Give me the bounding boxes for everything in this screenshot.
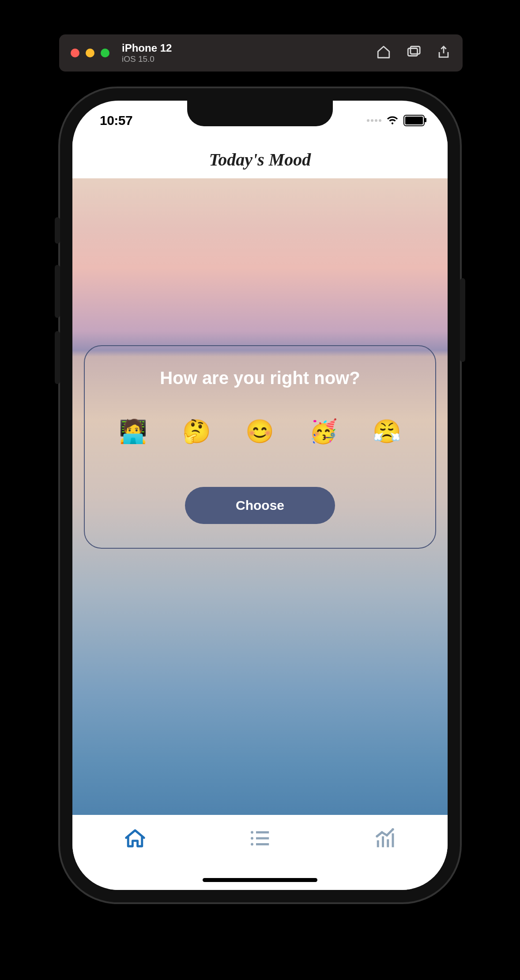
mood-prompt: How are you right now? <box>97 368 423 388</box>
svg-point-15 <box>392 828 394 830</box>
simulator-device-info: iPhone 12 iOS 15.0 <box>122 42 172 64</box>
svg-point-13 <box>381 831 383 833</box>
zoom-window-button[interactable] <box>101 49 109 57</box>
mood-option-working[interactable]: 🧑‍💻 <box>119 420 147 443</box>
tab-stats[interactable] <box>373 826 397 852</box>
mood-option-celebrating[interactable]: 🥳 <box>309 420 338 443</box>
navigation-bar: Today's Mood <box>72 140 448 178</box>
mood-card: How are you right now? 🧑‍💻 🤔 😊 🥳 😤 Choos… <box>84 345 436 549</box>
svg-point-12 <box>376 835 378 837</box>
simulator-titlebar: iPhone 12 iOS 15.0 <box>59 34 463 72</box>
svg-point-2 <box>251 831 253 834</box>
device-frame: 10:57 Today's Mood How are you right now… <box>60 88 460 902</box>
content-background: How are you right now? 🧑‍💻 🤔 😊 🥳 😤 Choos… <box>72 178 448 815</box>
simulator-os-version: iOS 15.0 <box>122 54 172 64</box>
simulator-screenshot-icon[interactable] <box>406 45 421 61</box>
close-window-button[interactable] <box>71 49 79 57</box>
stats-icon <box>373 826 397 850</box>
svg-point-3 <box>251 837 253 840</box>
volume-down-button <box>55 331 60 384</box>
list-icon <box>248 826 272 850</box>
status-time: 10:57 <box>100 113 132 128</box>
mood-option-frustrated[interactable]: 😤 <box>373 420 401 443</box>
device-screen: 10:57 Today's Mood How are you right now… <box>72 101 448 890</box>
svg-point-4 <box>251 843 253 846</box>
home-indicator[interactable] <box>203 878 317 882</box>
mood-options-row: 🧑‍💻 🤔 😊 🥳 😤 <box>97 420 423 443</box>
tab-home[interactable] <box>123 826 147 852</box>
simulator-device-name: iPhone 12 <box>122 42 172 54</box>
home-icon <box>123 826 147 850</box>
mood-option-thinking[interactable]: 🤔 <box>182 420 211 443</box>
power-button <box>460 278 465 362</box>
mute-switch <box>55 217 60 244</box>
volume-up-button <box>55 265 60 318</box>
tab-list[interactable] <box>248 826 272 852</box>
svg-rect-0 <box>408 49 417 56</box>
window-controls <box>71 49 109 57</box>
choose-button[interactable]: Choose <box>185 487 335 524</box>
device-notch <box>187 101 333 126</box>
battery-icon <box>403 115 425 126</box>
svg-point-14 <box>386 834 388 837</box>
simulator-share-icon[interactable] <box>436 45 451 61</box>
page-title: Today's Mood <box>209 149 311 170</box>
wifi-icon <box>386 113 399 128</box>
cellular-signal-icon <box>367 119 381 122</box>
svg-rect-1 <box>411 46 420 54</box>
minimize-window-button[interactable] <box>86 49 94 57</box>
simulator-home-icon[interactable] <box>376 45 391 61</box>
mood-option-happy[interactable]: 😊 <box>245 420 274 443</box>
